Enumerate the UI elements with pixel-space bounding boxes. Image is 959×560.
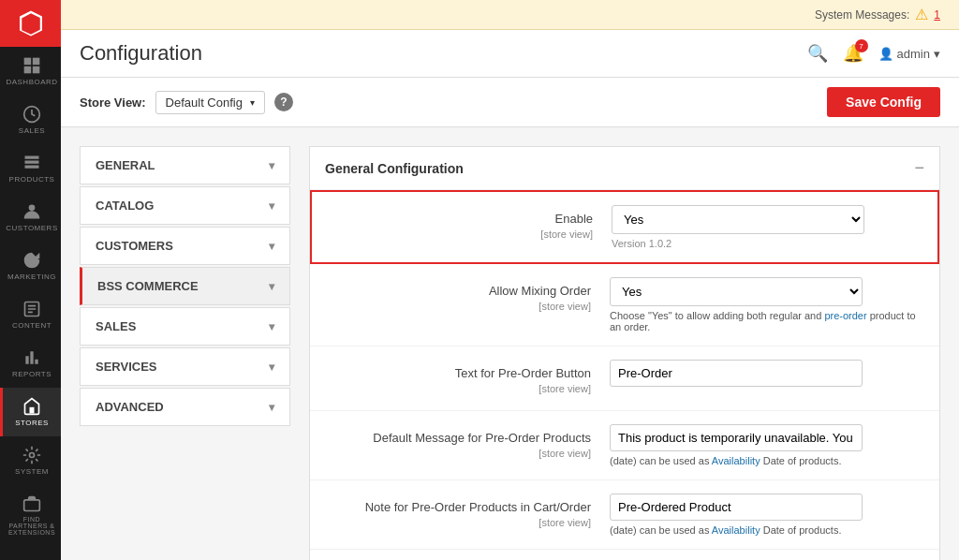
enable-label: Enable [store view] [331, 205, 593, 243]
note-cart-hint: (date) can be used as Availability Date … [610, 524, 921, 536]
default-message-value: (date) can be used as Availability Date … [610, 424, 921, 466]
config-row-default-message: Default Message for Pre-Order Products [… [310, 411, 939, 480]
default-message-hint: (date) can be used as Availability Date … [610, 455, 921, 466]
content-area: GENERAL ▾ CATALOG ▾ CUSTOMERS ▾ [61, 127, 959, 560]
enable-select-wrapper: Yes No [612, 205, 919, 234]
sidebar-item-marketing[interactable]: MARKETING [0, 242, 61, 290]
dropdown-arrow-icon: ▾ [250, 97, 255, 108]
pre-order-button-value [610, 360, 921, 387]
allow-mixing-label: Allow Mixing Order [store view] [329, 277, 591, 315]
panel-header: General Configuration − [310, 147, 939, 190]
sidebar-item-content[interactable]: CONTENT [0, 290, 61, 339]
note-cart-value: (date) can be used as Availability Date … [610, 494, 921, 536]
logo [0, 0, 61, 47]
store-view-dropdown[interactable]: Default Config ▾ [155, 91, 265, 114]
notifications-button[interactable]: 🔔 7 [843, 43, 863, 64]
system-messages-count[interactable]: 1 [934, 8, 940, 22]
system-messages: System Messages: ⚠ 1 [815, 6, 940, 23]
header-bar: Configuration 🔍 🔔 7 👤 admin ▾ [61, 30, 959, 78]
config-row-message-cart: Pre-Order Message in Cart/Order [store v… [310, 550, 939, 560]
pre-order-button-label: Text for Pre-Order Button [store view] [329, 360, 591, 397]
nav-section-catalog-header[interactable]: CATALOG ▾ [81, 187, 289, 224]
nav-section-advanced-header[interactable]: ADVANCED ▾ [81, 389, 289, 425]
nav-section-services[interactable]: SERVICES ▾ [80, 347, 290, 386]
help-icon[interactable]: ? [274, 93, 293, 111]
panel-body: Enable [store view] Yes No [310, 190, 939, 560]
left-nav: GENERAL ▾ CATALOG ▾ CUSTOMERS ▾ [80, 146, 290, 560]
general-config-panel: General Configuration − Enable [store vi… [309, 146, 940, 560]
pre-order-link[interactable]: pre-order [824, 310, 866, 321]
config-row-pre-order-button: Text for Pre-Order Button [store view] [310, 346, 939, 411]
nav-section-customers[interactable]: CUSTOMERS ▾ [80, 227, 290, 265]
sidebar-item-extensions[interactable]: FIND PARTNERS & EXTENSIONS [0, 485, 61, 545]
svg-rect-7 [30, 407, 35, 414]
panel-close-button[interactable]: − [914, 158, 924, 178]
chevron-down-icon: ▾ [269, 199, 274, 213]
chevron-down-icon: ▾ [269, 361, 274, 374]
availability-link-1[interactable]: Availability [712, 455, 760, 466]
default-message-label: Default Message for Pre-Order Products [… [329, 424, 591, 462]
enable-select[interactable]: Yes No [612, 205, 864, 234]
sidebar-item-stores[interactable]: STORES [0, 388, 61, 436]
panel-title: General Configuration [325, 161, 464, 176]
allow-mixing-select[interactable]: Yes No [610, 277, 863, 306]
nav-section-sales[interactable]: SALES ▾ [80, 307, 290, 346]
pre-order-button-input[interactable] [610, 360, 863, 387]
search-button[interactable]: 🔍 [807, 43, 828, 64]
nav-section-catalog[interactable]: CATALOG ▾ [80, 186, 290, 225]
nav-section-general-header[interactable]: GENERAL ▾ [81, 147, 289, 184]
note-cart-label: Note for Pre-Order Products in Cart/Orde… [329, 494, 591, 531]
chevron-down-icon: ▾ [269, 401, 274, 414]
sidebar-item-sales[interactable]: SALES [0, 96, 61, 144]
svg-rect-0 [24, 58, 32, 65]
admin-menu-button[interactable]: 👤 admin ▾ [878, 47, 940, 61]
config-row-note-cart: Note for Pre-Order Products in Cart/Orde… [310, 480, 939, 550]
sidebar-item-reports[interactable]: REPORTS [0, 339, 61, 388]
sidebar: DASHBOARD SALES PRODUCTS CUSTOMERS MARKE… [0, 0, 61, 560]
notification-badge: 7 [855, 39, 868, 52]
nav-section-bss-commerce[interactable]: BSS COMMERCE ▾ [80, 267, 290, 305]
chevron-down-icon: ▾ [269, 280, 274, 293]
sidebar-item-products[interactable]: PRODUCTS [0, 144, 61, 193]
allow-mixing-hint: Choose "Yes" to allow adding both regula… [610, 310, 921, 332]
chevron-down-icon: ▾ [269, 240, 274, 253]
svg-rect-3 [33, 66, 40, 74]
allow-mixing-value: Yes No Choose "Yes" to allow adding both… [610, 277, 921, 332]
sidebar-item-dashboard[interactable]: DASHBOARD [0, 47, 61, 96]
availability-link-2[interactable]: Availability [712, 524, 760, 536]
svg-point-8 [30, 453, 35, 458]
note-cart-input[interactable] [610, 494, 863, 521]
version-text: Version 1.0.2 [612, 238, 919, 249]
nav-section-sales-header[interactable]: SALES ▾ [81, 308, 289, 345]
chevron-down-icon: ▾ [269, 159, 274, 172]
svg-rect-9 [24, 500, 40, 511]
main-content: System Messages: ⚠ 1 Configuration 🔍 🔔 7… [61, 0, 959, 560]
nav-section-general[interactable]: GENERAL ▾ [80, 146, 290, 184]
config-row-enable: Enable [store view] Yes No [310, 190, 939, 264]
system-messages-bar: System Messages: ⚠ 1 [61, 0, 959, 30]
right-panel: General Configuration − Enable [store vi… [309, 146, 940, 560]
config-row-allow-mixing: Allow Mixing Order [store view] Yes No [310, 264, 939, 346]
save-config-button[interactable]: Save Config [827, 87, 940, 117]
enable-value: Yes No Version 1.0.2 [612, 205, 919, 249]
sidebar-item-customers[interactable]: CUSTOMERS [0, 193, 61, 242]
system-messages-label: System Messages: [815, 8, 909, 22]
header-actions: 🔍 🔔 7 👤 admin ▾ [807, 43, 940, 64]
store-view-left: Store View: Default Config ▾ ? [80, 91, 293, 114]
nav-section-advanced[interactable]: ADVANCED ▾ [80, 388, 290, 426]
warning-icon: ⚠ [915, 6, 928, 23]
store-view-bar: Store View: Default Config ▾ ? Save Conf… [61, 78, 959, 127]
default-message-input[interactable] [610, 424, 863, 451]
svg-rect-2 [24, 66, 32, 74]
nav-section-customers-header[interactable]: CUSTOMERS ▾ [81, 228, 289, 264]
nav-section-bss-header[interactable]: BSS COMMERCE ▾ [82, 268, 289, 304]
chevron-down-icon: ▾ [269, 320, 274, 333]
nav-section-services-header[interactable]: SERVICES ▾ [81, 348, 289, 385]
sidebar-item-system[interactable]: SYSTEM [0, 436, 61, 485]
svg-point-5 [29, 205, 36, 212]
store-view-label: Store View: [80, 96, 146, 110]
svg-rect-1 [33, 58, 40, 65]
page-title: Configuration [80, 41, 202, 66]
allow-mixing-select-wrapper: Yes No [610, 277, 921, 306]
